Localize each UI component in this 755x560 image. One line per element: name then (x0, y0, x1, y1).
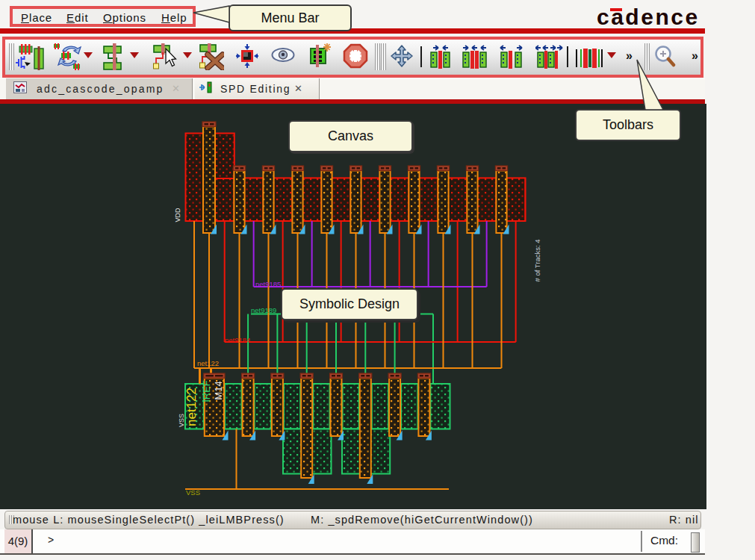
svg-text:M14: M14 (213, 381, 224, 399)
svg-text:net9184: net9184 (225, 336, 250, 344)
svg-text:# of Tracks: 4: # of Tracks: 4 (533, 239, 541, 281)
svg-text:VSS: VSS (178, 414, 185, 427)
svg-text:net9189: net9189 (251, 306, 276, 314)
svg-text:net9185: net9185 (255, 280, 281, 288)
svg-text:VSS: VSS (186, 488, 200, 497)
svg-text:VDD: VDD (174, 208, 181, 223)
svg-text:IREF: IREF (201, 380, 212, 402)
svg-text:net122: net122 (184, 388, 199, 426)
svg-text:net122: net122 (197, 359, 219, 367)
